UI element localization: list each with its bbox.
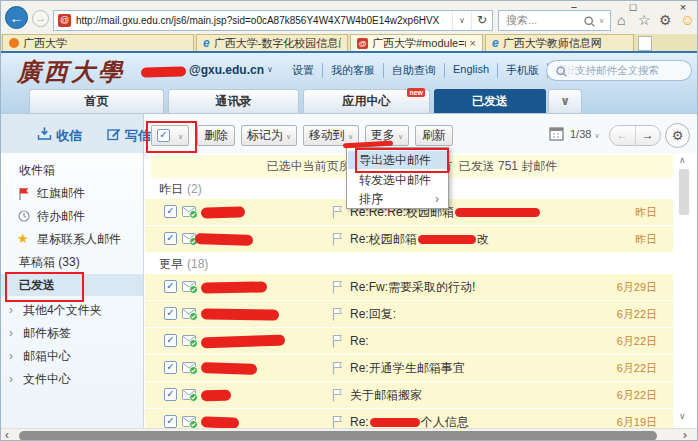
nav-tab-appcenter[interactable]: 应用中心 new bbox=[303, 89, 430, 113]
row-checkbox[interactable]: ✓ bbox=[164, 280, 177, 293]
flag-icon[interactable] bbox=[332, 280, 343, 294]
mail-row[interactable]: ✓ Re:回复: 6月22日 bbox=[145, 301, 673, 327]
sidebar-item-drafts[interactable]: 草稿箱 (33) bbox=[1, 251, 143, 273]
browser-tab-gxu[interactable]: 广西大学 bbox=[2, 34, 194, 51]
previous-page-button[interactable]: ← bbox=[610, 126, 636, 145]
flag-icon[interactable] bbox=[332, 415, 343, 429]
scroll-up-icon[interactable]: ∧ bbox=[679, 155, 686, 165]
autocomplete-dropdown-icon[interactable]: ∨ bbox=[452, 11, 471, 30]
mail-search-input[interactable] bbox=[573, 63, 689, 77]
calendar-icon[interactable] bbox=[549, 126, 564, 141]
menu-item-export-selected[interactable]: 导出选中邮件 bbox=[348, 151, 447, 169]
scroll-right-icon[interactable]: › bbox=[683, 429, 687, 441]
browser-search-input[interactable] bbox=[504, 13, 576, 27]
row-checkbox[interactable]: ✓ bbox=[164, 415, 177, 428]
mail-date: 昨日 bbox=[635, 226, 657, 252]
mail-row[interactable]: ✓ Re:开通学生邮箱事宜 6月22日 bbox=[145, 355, 673, 381]
sidebar-item-mail-tags[interactable]: ›邮件标签 bbox=[1, 322, 143, 344]
sidebar-item-inbox[interactable]: 收件箱 bbox=[1, 159, 143, 181]
link-mobile[interactable]: 手机版 bbox=[497, 63, 547, 78]
nav-tab-more-caret[interactable]: ∨ bbox=[548, 89, 582, 113]
scroll-left-icon[interactable]: ‹ bbox=[5, 429, 9, 441]
mail-row[interactable]: ✓ 关于邮箱搬家 6月22日 bbox=[145, 382, 673, 408]
url-text[interactable]: http://mail.gxu.edu.cn/js6/main.jsp?sid=… bbox=[76, 11, 448, 30]
sidebar-item-starred-contacts[interactable]: ★ 星标联系人邮件 bbox=[1, 228, 143, 250]
sidebar-item-other-folders[interactable]: ›其他4个文件夹 bbox=[1, 299, 143, 321]
sidebar-item-todo[interactable]: 待办邮件 bbox=[1, 205, 143, 227]
mail-row[interactable]: ✓ Re: 6月22日 bbox=[145, 328, 673, 354]
menu-item-sort[interactable]: 排序 › bbox=[348, 190, 447, 208]
flag-icon[interactable] bbox=[332, 388, 343, 402]
flag-icon[interactable] bbox=[332, 361, 343, 375]
account-address[interactable]: @gxu.edu.cn bbox=[189, 63, 264, 77]
browser-search-box[interactable]: ∨ bbox=[498, 10, 611, 31]
select-all-dropdown[interactable]: ✓ ∨ bbox=[151, 125, 189, 146]
sender-redaction bbox=[201, 308, 279, 320]
scroll-down-icon[interactable]: ∨ bbox=[679, 411, 686, 421]
list-settings-gear-icon[interactable]: ⚙ bbox=[665, 123, 690, 148]
select-all-checkbox[interactable]: ✓ bbox=[157, 129, 170, 142]
refresh-button[interactable]: 刷新 bbox=[415, 125, 453, 146]
vertical-scroll-thumb[interactable] bbox=[679, 169, 689, 215]
mail-subject[interactable]: Re:开通学生邮箱事宜 bbox=[350, 355, 465, 381]
page-indicator[interactable]: 1/38 ∨ bbox=[570, 128, 600, 140]
mail-row[interactable]: ✓ Re:校园邮箱改 昨日 bbox=[145, 226, 673, 252]
mail-subject[interactable]: Re: bbox=[350, 328, 369, 354]
nav-tab-contacts[interactable]: 通讯录 bbox=[168, 89, 299, 113]
compose-button[interactable]: 写信 bbox=[125, 127, 151, 145]
tab-close-icon[interactable]: × bbox=[470, 37, 476, 49]
search-icon[interactable] bbox=[583, 15, 596, 28]
account-caret-icon[interactable]: ∨ bbox=[267, 65, 273, 74]
browser-tab-portal[interactable]: e 广西大学-数字化校园信息门户 bbox=[196, 34, 348, 51]
flag-icon[interactable] bbox=[332, 205, 343, 219]
mail-subject[interactable]: Re:回复: bbox=[350, 301, 396, 327]
nav-tab-home[interactable]: 首页 bbox=[29, 89, 164, 113]
address-bar[interactable]: @ http://mail.gxu.edu.cn/js6/main.jsp?si… bbox=[53, 10, 493, 31]
sidebar-item-sent-selected[interactable]: 已发送 bbox=[1, 274, 143, 296]
row-checkbox[interactable]: ✓ bbox=[164, 232, 177, 245]
nav-tab-label: 应用中心 bbox=[343, 94, 391, 108]
row-checkbox[interactable]: ✓ bbox=[164, 334, 177, 347]
delete-button[interactable]: 删除 bbox=[197, 125, 235, 146]
mail-subject[interactable]: Re:Fw:需要采取的行动! bbox=[350, 274, 475, 300]
link-english[interactable]: English bbox=[444, 63, 497, 78]
row-checkbox[interactable]: ✓ bbox=[164, 361, 177, 374]
flag-icon[interactable] bbox=[332, 334, 343, 348]
settings-gear-icon[interactable]: ⚙ bbox=[659, 12, 672, 28]
link-service[interactable]: 我的客服 bbox=[322, 63, 383, 78]
row-checkbox[interactable]: ✓ bbox=[164, 307, 177, 320]
new-tab-button[interactable] bbox=[638, 36, 652, 51]
sidebar-label: 邮件标签 bbox=[23, 322, 71, 344]
row-checkbox[interactable]: ✓ bbox=[164, 205, 177, 218]
mail-subject[interactable]: Re:校园邮箱改 bbox=[350, 226, 489, 252]
group-label: 昨日 bbox=[159, 182, 183, 196]
receive-mail-button[interactable]: 收信 bbox=[56, 127, 82, 145]
link-selfquery[interactable]: 自助查询 bbox=[383, 63, 444, 78]
sidebar-item-mailbox-center[interactable]: ›邮箱中心 bbox=[1, 345, 143, 367]
search-options-caret-icon[interactable]: ∨ bbox=[599, 17, 604, 25]
row-checkbox[interactable]: ✓ bbox=[164, 388, 177, 401]
mail-search-box[interactable] bbox=[546, 60, 692, 81]
favorites-star-icon[interactable]: ☆ bbox=[638, 12, 651, 28]
mail-row[interactable]: ✓ Re:Fw:需要采取的行动! 6月29日 bbox=[145, 274, 673, 300]
browser-tab-mailbox-active[interactable]: @ 广西大学#module=mbox.... × bbox=[350, 34, 483, 51]
mark-as-button[interactable]: 标记为 ∨ bbox=[241, 125, 297, 146]
sender-redaction bbox=[201, 416, 239, 428]
back-button[interactable]: ← bbox=[5, 6, 28, 29]
refresh-icon[interactable]: ↻ bbox=[471, 11, 492, 30]
red-flag-icon bbox=[18, 187, 30, 200]
next-page-button[interactable]: → bbox=[636, 126, 661, 145]
home-icon[interactable]: ⌂ bbox=[617, 12, 625, 28]
feedback-smiley-icon[interactable]: ☺ bbox=[680, 11, 695, 28]
sidebar-item-file-center[interactable]: ›文件中心 bbox=[1, 368, 143, 390]
sidebar-item-flagged[interactable]: 红旗邮件 bbox=[1, 182, 143, 204]
flag-icon[interactable] bbox=[332, 232, 343, 246]
menu-item-forward-selected[interactable]: 转发选中邮件 bbox=[348, 171, 447, 189]
nav-tab-sent-active[interactable]: 已发送 bbox=[434, 89, 546, 113]
horizontal-scroll-thumb[interactable] bbox=[19, 431, 657, 441]
browser-tab-teacher-info[interactable]: e 广西大学教师信息网 bbox=[485, 34, 634, 51]
link-settings[interactable]: 设置 bbox=[284, 63, 322, 78]
forward-button[interactable]: → bbox=[32, 10, 49, 27]
mail-subject[interactable]: 关于邮箱搬家 bbox=[350, 382, 422, 408]
flag-icon[interactable] bbox=[332, 307, 343, 321]
